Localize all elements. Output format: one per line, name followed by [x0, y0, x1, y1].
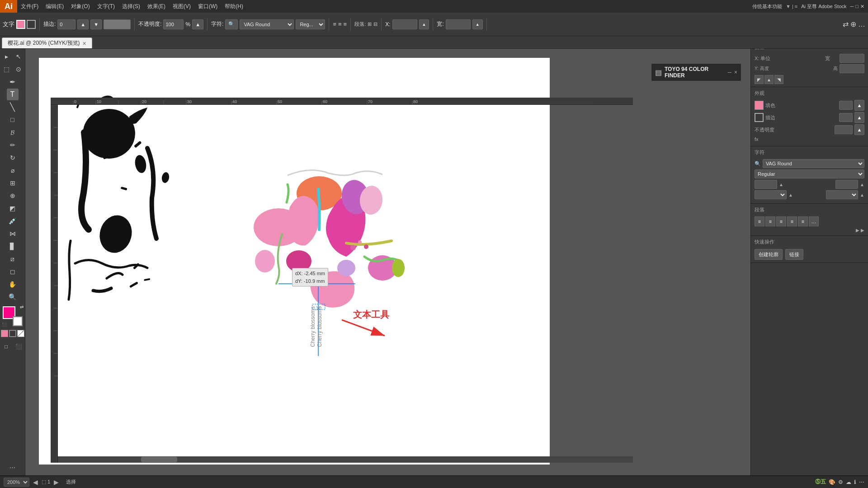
para-left-icon[interactable]: ⊞ [368, 21, 372, 27]
pencil-tool-btn[interactable]: ✏ [7, 139, 19, 151]
menu-select[interactable]: 选择(S) [118, 0, 144, 13]
menu-edit[interactable]: 编辑(E) [42, 0, 67, 13]
brush-icon[interactable]: 🎨 [829, 479, 835, 485]
fill-color-icon[interactable] [755, 101, 764, 110]
paintbrush-tool-btn[interactable]: 𝓑 [7, 127, 19, 138]
rect-tool-btn[interactable]: □ [7, 114, 19, 126]
line-height-input[interactable] [835, 180, 858, 189]
toyo-panel-close[interactable]: × [734, 69, 737, 75]
artboard-tool-btn[interactable]: ⬚ [0, 63, 12, 75]
stroke-value-input[interactable] [57, 19, 75, 29]
window-controls[interactable]: ─ □ ✕ [850, 4, 864, 9]
toolbar-right-icon1[interactable]: ⇄ [843, 20, 849, 28]
info-icon[interactable]: ℹ [854, 479, 856, 485]
font-style-select[interactable]: Reg... [296, 19, 325, 29]
none-indicator[interactable] [17, 330, 24, 337]
line-height-up-icon[interactable]: ▲ [860, 182, 864, 187]
stroke-indicator[interactable] [9, 330, 16, 337]
tracking-select[interactable] [755, 190, 787, 199]
tracking-up-icon[interactable]: ▲ [788, 192, 793, 197]
font-size-up-icon[interactable]: ▲ [779, 182, 783, 187]
next-page-icon[interactable]: ▶ [54, 479, 59, 486]
menu-help[interactable]: 帮助(H) [221, 0, 247, 13]
more-icon-br[interactable]: ⋯ [859, 479, 864, 485]
font-family-select[interactable]: VAG Round [240, 19, 294, 29]
toyo-panel-minimize[interactable]: ─ [727, 69, 731, 75]
gradient-tool-btn[interactable]: ◩ [7, 202, 19, 214]
free-transform-btn[interactable]: ⊞ [7, 177, 19, 189]
toolbar-stroke-swatch[interactable] [27, 20, 36, 29]
align-center-icon[interactable]: ≡ [338, 21, 342, 28]
font-size-input[interactable] [755, 180, 777, 189]
horizontal-scrollbar[interactable] [51, 456, 633, 463]
align-tc-btn[interactable]: ▲ [764, 75, 774, 84]
fill-up-btn[interactable]: ▲ [854, 100, 864, 111]
baseline-up-icon[interactable]: ▲ [860, 192, 864, 197]
fill-indicator[interactable] [1, 330, 8, 337]
para-more-btn[interactable]: … [809, 216, 819, 226]
swap-colors-icon[interactable]: ⇄ [20, 305, 24, 310]
pen-tool-btn[interactable]: ✒ [7, 76, 19, 88]
more-tools-btn[interactable]: … [7, 460, 19, 472]
font-selector-icon[interactable]: 🔍 [225, 19, 238, 29]
warp-tool-btn[interactable]: ⌀ [7, 164, 19, 176]
align-left-icon[interactable]: ≡ [333, 21, 336, 28]
tab-close-btn[interactable]: × [83, 40, 86, 47]
stroke-color-icon[interactable] [755, 113, 764, 122]
para-align-right-btn[interactable]: ≡ [776, 216, 786, 226]
zoom-select[interactable]: 200% 100% 50% [4, 478, 29, 487]
cloud-icon[interactable]: ☁ [846, 479, 851, 485]
menu-effect[interactable]: 效果(E) [144, 0, 169, 13]
select-tool-btn[interactable]: ▸ [0, 51, 12, 62]
settings-icon-br[interactable]: ⚙ [838, 479, 843, 485]
height-rp-input[interactable] [840, 64, 864, 73]
fx-label[interactable]: fx [755, 136, 759, 142]
opacity-rp-input[interactable] [835, 125, 853, 134]
create-outline-btn[interactable]: 创建轮廓 [755, 249, 783, 260]
graph-tool-btn[interactable]: ▊ [7, 240, 19, 252]
toolbar-right-icon3[interactable]: … [858, 20, 865, 28]
para-align-justify-btn[interactable]: ≡ [787, 216, 797, 226]
type-tool-btn[interactable]: T [7, 89, 19, 100]
default-colors-icon[interactable]: ⬛ [2, 323, 7, 327]
stroke-input-rp[interactable] [839, 113, 853, 122]
stroke-width-input[interactable] [104, 19, 131, 29]
opacity-up-btn[interactable]: ▲ [192, 19, 203, 29]
menu-file[interactable]: 文件(F) [17, 0, 42, 13]
shape-builder-btn[interactable]: ⊕ [7, 190, 19, 202]
background-swatch[interactable] [13, 316, 23, 326]
menu-type[interactable]: 文字(T) [94, 0, 118, 13]
toolbar-fill-swatch[interactable] [16, 20, 25, 29]
x-up-btn[interactable]: ▲ [419, 19, 429, 29]
para-align-left-btn[interactable]: ≡ [755, 216, 764, 226]
align-tl-btn[interactable]: ◤ [755, 75, 764, 84]
eraser-btn[interactable]: ◻ [7, 266, 19, 277]
line-tool-btn[interactable]: ╲ [7, 101, 19, 113]
lasso-tool-btn[interactable]: ⊙ [13, 63, 24, 75]
para-align-center-btn[interactable]: ≡ [765, 216, 775, 226]
direct-select-tool-btn[interactable]: ↖ [13, 51, 24, 62]
para-expand-icon[interactable]: ▶ ▶ [856, 228, 864, 233]
para-align-justify-all-btn[interactable]: ≡ [798, 216, 808, 226]
rotate-tool-btn[interactable]: ↻ [7, 152, 19, 164]
stroke-up-btn[interactable]: ▲ [77, 19, 89, 29]
align-right-icon[interactable]: ≡ [344, 21, 347, 28]
menu-window[interactable]: 窗口(W) [194, 0, 221, 13]
slice-tool-btn[interactable]: ⧄ [7, 253, 19, 265]
menu-view[interactable]: 视图(V) [169, 0, 194, 13]
para-justify-icon[interactable]: ⊟ [373, 21, 377, 27]
zoom-tool-btn[interactable]: 🔍 [7, 291, 19, 303]
prev-page-icon[interactable]: ◀ [33, 479, 38, 486]
x-input[interactable] [392, 19, 417, 29]
hand-tool-btn[interactable]: ✋ [7, 278, 19, 290]
blend-tool-btn[interactable]: ⋈ [7, 228, 19, 239]
baseline-select[interactable] [826, 190, 858, 199]
width-rp-input[interactable] [840, 54, 864, 63]
stroke-up-btn-rp[interactable]: ▲ [854, 112, 864, 123]
link-btn[interactable]: 链接 [785, 249, 803, 260]
stroke-down-btn[interactable]: ▼ [90, 19, 102, 29]
fill-input[interactable] [839, 101, 853, 110]
menu-object[interactable]: 对象(O) [67, 0, 93, 13]
document-tab[interactable]: 樱花.ai @ 200% (CMYK/预览) × [2, 38, 92, 48]
opacity-up-btn-rp[interactable]: ▲ [854, 124, 864, 135]
